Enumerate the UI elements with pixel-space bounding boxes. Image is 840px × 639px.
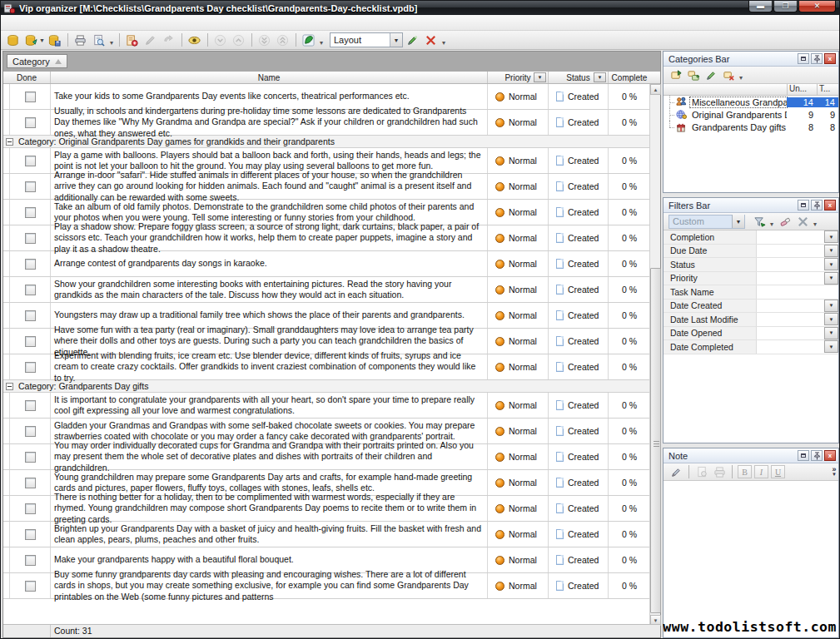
task-row[interactable]: Play a shadow show. Prepare foggy glass … bbox=[3, 225, 650, 251]
edit-layout-icon[interactable] bbox=[405, 32, 421, 48]
done-checkbox[interactable] bbox=[25, 452, 36, 463]
done-checkbox[interactable] bbox=[25, 117, 36, 128]
done-checkbox[interactable] bbox=[25, 181, 36, 192]
bold-button[interactable]: B bbox=[738, 465, 752, 478]
move-down-icon[interactable] bbox=[212, 32, 229, 48]
categories-pin-button[interactable] bbox=[811, 53, 823, 64]
note-editor-area[interactable]: www.todolistsoft.com bbox=[664, 482, 838, 637]
task-row[interactable]: Experiment with blending fruits, ice cre… bbox=[3, 354, 650, 380]
filter-field-dropdown[interactable]: ▼ bbox=[824, 272, 838, 285]
task-row[interactable]: You may order individually decorated cup… bbox=[3, 444, 650, 470]
edit-task-icon[interactable] bbox=[142, 32, 159, 48]
done-checkbox[interactable] bbox=[25, 555, 36, 566]
done-checkbox[interactable] bbox=[25, 362, 36, 373]
print-note-icon[interactable] bbox=[712, 465, 727, 479]
filter-field-value[interactable]: ▼ bbox=[757, 258, 838, 271]
done-checkbox[interactable] bbox=[25, 156, 36, 166]
print-icon[interactable] bbox=[72, 32, 89, 48]
notifications-icon[interactable] bbox=[301, 32, 317, 48]
task-row[interactable]: Arrange in-door "safari". Hide stuffed a… bbox=[3, 174, 650, 200]
new-task-icon[interactable] bbox=[124, 32, 141, 48]
task-row[interactable]: It is important to congratulate your gra… bbox=[3, 393, 650, 419]
task-row[interactable]: Show your grandchildren some interesting… bbox=[3, 277, 650, 303]
filter-field-value[interactable]: ▼ bbox=[757, 313, 838, 326]
filter-field-value[interactable]: ▼ bbox=[757, 300, 838, 313]
note-restore-button[interactable] bbox=[798, 450, 809, 461]
apply-filter-icon[interactable] bbox=[752, 215, 767, 229]
task-row[interactable]: Brighten up your Grandparents Day with a… bbox=[3, 522, 650, 547]
italic-button[interactable]: I bbox=[754, 465, 768, 478]
note-pin-button[interactable] bbox=[811, 450, 823, 461]
layout-combobox-arrow[interactable]: ▼ bbox=[390, 33, 402, 47]
new-database-icon[interactable] bbox=[4, 32, 21, 48]
delete-layout-icon[interactable] bbox=[423, 32, 440, 48]
menu-item-help[interactable] bbox=[72, 21, 86, 24]
categories-toolbar-overflow[interactable]: ▾ bbox=[739, 74, 743, 82]
task-row[interactable]: Arrange contest of grandparents day song… bbox=[3, 251, 650, 277]
note-close-button[interactable]: x bbox=[824, 450, 836, 461]
filter-field-dropdown[interactable]: ▼ bbox=[824, 327, 838, 339]
done-checkbox[interactable] bbox=[25, 285, 36, 295]
filters-close-button[interactable]: x bbox=[824, 200, 836, 211]
column-header-status[interactable]: Status▼ bbox=[549, 72, 609, 83]
delete-task-icon[interactable] bbox=[161, 32, 177, 48]
scroll-up-arrow[interactable]: ▲ bbox=[650, 84, 661, 95]
status-filter-button[interactable]: ▼ bbox=[594, 72, 606, 82]
close-button[interactable]: ✕ bbox=[798, 1, 836, 12]
done-checkbox[interactable] bbox=[25, 207, 36, 218]
move-up-icon[interactable] bbox=[231, 32, 247, 48]
done-checkbox[interactable] bbox=[25, 92, 36, 102]
add-subcategory-icon[interactable] bbox=[686, 68, 701, 82]
category-tree-item[interactable]: Miscellaneous Grandparents Day . 14 14 bbox=[664, 96, 838, 108]
move-top-icon[interactable] bbox=[275, 32, 291, 48]
task-row[interactable]: Buy some funny grandparents day cards wi… bbox=[3, 573, 650, 599]
delete-category-icon[interactable] bbox=[721, 68, 736, 82]
filter-preset-arrow[interactable]: ▼ bbox=[732, 215, 744, 228]
category-tree-item[interactable]: Grandparents Day gifts 8 8 bbox=[664, 121, 838, 133]
menu-item-categories[interactable] bbox=[46, 21, 59, 24]
category-group-row[interactable]: Category: Original Grandparents Day game… bbox=[3, 136, 650, 148]
done-checkbox[interactable] bbox=[25, 400, 36, 411]
done-checkbox[interactable] bbox=[25, 478, 36, 488]
layout-combobox[interactable]: Layout ▼ bbox=[330, 32, 403, 47]
filter-field-value[interactable] bbox=[757, 285, 838, 299]
done-checkbox[interactable] bbox=[25, 503, 36, 514]
apply-filter-dropdown[interactable]: ▾ bbox=[770, 220, 773, 228]
column-header-name[interactable]: Name bbox=[51, 72, 488, 83]
filter-preset-combobox[interactable]: Custom ▼ bbox=[669, 215, 745, 229]
menu-item-tasks[interactable] bbox=[32, 21, 46, 24]
print-toolbar-overflow[interactable]: ▾ bbox=[110, 39, 113, 47]
preview-note-icon[interactable] bbox=[694, 465, 709, 479]
priority-filter-button[interactable]: ▼ bbox=[534, 72, 546, 82]
column-header-complete[interactable]: Complete bbox=[609, 72, 650, 83]
scrollbar-thumb[interactable] bbox=[650, 268, 661, 613]
task-row[interactable]: There is nothing better for a holiday, t… bbox=[3, 496, 650, 522]
categories-close-button[interactable]: x bbox=[824, 53, 836, 64]
filter-field-dropdown[interactable]: ▼ bbox=[824, 258, 838, 270]
filters-restore-button[interactable] bbox=[798, 200, 809, 211]
menu-item-tools[interactable] bbox=[59, 21, 72, 24]
uncompleted-column-header[interactable]: Un... bbox=[787, 84, 817, 95]
group-by-category-chip[interactable]: Category bbox=[7, 54, 67, 68]
filter-field-value[interactable]: ▼ bbox=[757, 245, 838, 258]
filter-field-dropdown[interactable]: ▼ bbox=[824, 245, 838, 257]
done-checkbox[interactable] bbox=[25, 581, 36, 592]
done-checkbox[interactable] bbox=[25, 426, 36, 437]
move-bottom-icon[interactable] bbox=[256, 32, 273, 48]
collapse-group-icon[interactable] bbox=[6, 138, 13, 146]
note-toolbar-overflow[interactable]: »▼ bbox=[832, 467, 837, 477]
done-checkbox[interactable] bbox=[25, 336, 36, 347]
layout-toolbar-overflow[interactable]: ▾ bbox=[442, 39, 445, 47]
hide-completed-icon[interactable] bbox=[186, 32, 203, 48]
total-column-header[interactable]: T... bbox=[817, 84, 838, 95]
filter-field-value[interactable]: ▼ bbox=[757, 272, 838, 285]
print-preview-icon[interactable] bbox=[91, 32, 107, 48]
edit-category-icon[interactable] bbox=[703, 68, 718, 82]
filter-field-value[interactable]: ▼ bbox=[757, 327, 838, 340]
task-row[interactable]: Usually, in schools and kindergartens du… bbox=[3, 110, 650, 136]
open-database-icon[interactable] bbox=[22, 32, 39, 48]
done-checkbox[interactable] bbox=[25, 233, 36, 244]
filter-field-dropdown[interactable]: ▼ bbox=[824, 230, 838, 243]
underline-button[interactable]: U bbox=[771, 465, 785, 478]
done-checkbox[interactable] bbox=[25, 529, 36, 540]
